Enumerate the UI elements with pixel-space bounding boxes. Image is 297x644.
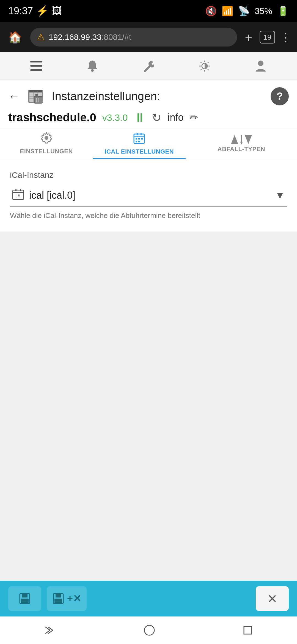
nav-back-button[interactable] <box>43 625 57 636</box>
svg-rect-2 <box>30 69 42 71</box>
close-x-label: +✕ <box>67 593 81 604</box>
security-warning-icon: ⚠ <box>37 32 45 42</box>
profile-icon[interactable] <box>251 56 270 76</box>
svg-point-3 <box>91 69 94 72</box>
close-icon: ✕ <box>267 592 277 606</box>
svg-point-55 <box>144 625 154 635</box>
version-badge: v3.3.0 <box>102 112 128 123</box>
svg-line-10 <box>208 69 209 70</box>
top-nav <box>0 52 297 80</box>
field-hint: Wähle die iCal-Instanz, welche die Abfuh… <box>10 211 287 220</box>
tab-einstellungen-label: EINSTELLUNGEN <box>20 148 73 155</box>
svg-line-11 <box>208 62 209 63</box>
svg-rect-35 <box>138 141 140 142</box>
tab-abfall[interactable]: ABFALL-TYPEN <box>186 129 297 159</box>
save-button[interactable] <box>8 586 41 611</box>
battery-icon: 🔋 <box>277 6 289 17</box>
svg-rect-46 <box>22 594 28 597</box>
svg-rect-34 <box>136 141 137 142</box>
tabs-count-button[interactable]: 19 <box>260 31 275 43</box>
svg-marker-39 <box>245 135 252 144</box>
status-bar-left: 19:37 ⚡ 🖼 <box>8 5 62 17</box>
svg-rect-24 <box>35 94 38 96</box>
mute-icon: 🔇 <box>205 6 217 17</box>
system-nav-bar <box>0 616 297 644</box>
refresh-icon[interactable]: ↻ <box>152 111 161 124</box>
browser-bar: 🏠 ⚠ 192.168.99.33:8081/#t ＋ 19 ⋮ <box>0 22 297 52</box>
tab-einstellungen[interactable]: EINSTELLUNGEN <box>0 129 93 159</box>
url-port-path: :8081/#t <box>101 32 131 42</box>
svg-line-9 <box>200 62 202 63</box>
instance-header: ← Instanzeinstellunge <box>0 80 297 129</box>
svg-rect-23 <box>34 96 43 97</box>
url-text: 192.168.99.33:8081/#t <box>49 32 131 42</box>
ical-instance-value: ical [ical.0] <box>29 190 75 201</box>
new-tab-button[interactable]: ＋ <box>243 29 255 45</box>
help-button[interactable]: ? <box>271 87 289 105</box>
ical-field-label: iCal-Instanz <box>10 170 287 180</box>
tab-ical[interactable]: ICAL EINSTELLUNGEN <box>93 129 186 159</box>
cancel-close-button[interactable]: ✕ <box>256 586 289 611</box>
signal-icon: 📡 <box>238 6 250 17</box>
tab-abfall-label: ABFALL-TYPEN <box>218 146 265 153</box>
wrench-icon[interactable] <box>139 56 158 76</box>
calendar-icon <box>133 132 145 146</box>
svg-rect-30 <box>141 133 142 135</box>
browser-menu-button[interactable]: ⋮ <box>280 31 292 44</box>
settings-gear-icon <box>41 132 52 146</box>
lightning-icon: ⚡ <box>36 5 49 17</box>
pause-icon[interactable]: ⏸ <box>134 111 146 124</box>
select-calendar-icon: 15 <box>12 188 24 203</box>
info-label[interactable]: info <box>167 112 183 123</box>
browser-actions: ＋ 19 ⋮ <box>243 29 292 45</box>
svg-rect-29 <box>137 133 138 135</box>
svg-rect-49 <box>56 594 61 597</box>
battery-display: 35% <box>255 6 272 16</box>
nav-home-button[interactable] <box>143 624 155 636</box>
svg-rect-16 <box>29 90 42 92</box>
svg-marker-38 <box>240 142 243 144</box>
svg-text:15: 15 <box>16 194 20 198</box>
svg-line-12 <box>200 69 202 70</box>
status-bar-right: 🔇 📶 📡 35% 🔋 <box>205 6 289 17</box>
svg-rect-42 <box>15 189 16 191</box>
svg-rect-47 <box>21 599 29 603</box>
tab-ical-label: ICAL EINSTELLUNGEN <box>105 148 174 155</box>
svg-rect-0 <box>30 61 42 62</box>
instance-icon <box>25 85 47 107</box>
abfall-icons <box>230 135 252 144</box>
select-field-content: 15 ical [ical.0] <box>12 188 75 203</box>
svg-rect-32 <box>138 138 140 140</box>
wifi-icon: 📶 <box>222 6 233 17</box>
menu-icon[interactable] <box>27 56 46 76</box>
svg-rect-43 <box>20 189 21 191</box>
brightness-icon[interactable] <box>195 56 214 76</box>
tabs-bar: EINSTELLUNGEN ICAL EINSTELLUNGEN <box>0 129 297 159</box>
page-title: Instanzeinstellungen: <box>52 90 266 103</box>
svg-rect-50 <box>54 599 62 603</box>
content-panel: iCal-Instanz 15 ical [ical.0] ▼ Wähle di… <box>0 159 297 231</box>
status-bar: 19:37 ⚡ 🖼 🔇 📶 📡 35% 🔋 <box>0 0 297 22</box>
instance-name: trashschedule.0 <box>8 111 96 124</box>
image-icon: 🖼 <box>52 5 62 17</box>
ical-instance-select[interactable]: 15 ical [ical.0] ▼ <box>10 185 287 207</box>
nav-recents-button[interactable] <box>242 624 254 636</box>
time-display: 19:37 <box>8 5 33 17</box>
notification-bell-icon[interactable] <box>83 56 102 76</box>
bottom-action-bar: +✕ ✕ <box>0 581 297 616</box>
svg-marker-36 <box>231 135 238 144</box>
save-and-close-button[interactable]: +✕ <box>47 586 87 611</box>
back-button[interactable]: ← <box>8 90 20 103</box>
svg-rect-31 <box>136 138 137 140</box>
chevron-down-icon: ▼ <box>275 190 285 201</box>
url-host: 192.168.99.33 <box>49 32 101 42</box>
url-bar[interactable]: ⚠ 192.168.99.33:8081/#t <box>30 28 237 47</box>
svg-rect-33 <box>141 138 143 140</box>
tabs-count: 19 <box>263 33 271 42</box>
home-button[interactable]: 🏠 <box>6 28 25 47</box>
svg-rect-1 <box>30 65 42 67</box>
svg-point-13 <box>258 61 263 66</box>
edit-icon[interactable]: ✏ <box>189 111 198 124</box>
